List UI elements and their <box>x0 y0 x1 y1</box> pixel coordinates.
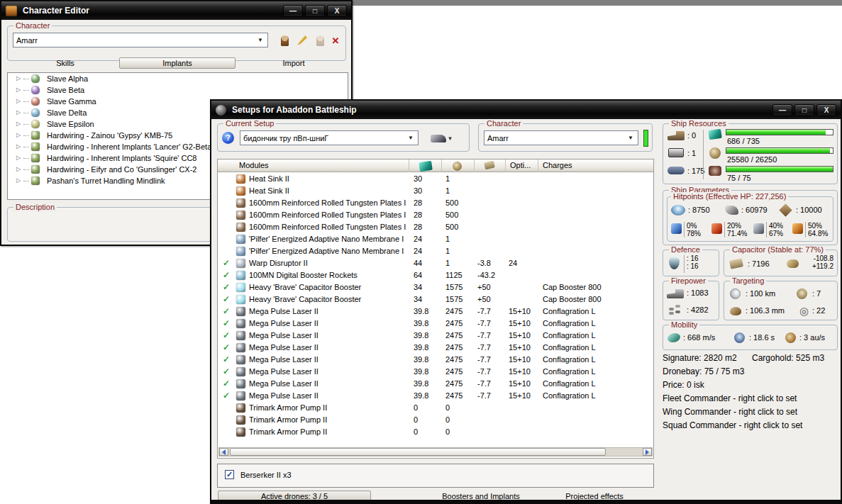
tree-expand-icon[interactable]: ▷ <box>16 152 21 164</box>
module-name: 1600mm Reinforced Rolled Tungsten Plates… <box>249 209 406 221</box>
module-icon <box>236 319 245 328</box>
powergrid-icon <box>709 147 721 159</box>
module-name: Heavy 'Brave' Capacitor Booster <box>249 281 361 293</box>
setups-titlebar[interactable]: Setups for Abaddon Battleship — □ X <box>211 101 841 119</box>
drones-panel: ✓ Berserker II x3 <box>217 464 654 488</box>
module-qty: 2475 <box>445 330 462 342</box>
tree-expand-icon[interactable]: ▷ <box>16 141 21 152</box>
close-button[interactable]: X <box>816 104 836 116</box>
implant-tree-item[interactable]: ▷ Slave Alpha <box>8 73 348 84</box>
module-row[interactable]: ✓ Heavy 'Brave' Capacitor Booster 34 157… <box>218 293 653 306</box>
delete-character-button[interactable]: ✕ <box>328 33 343 48</box>
module-row[interactable]: 'Pilfer' Energized Adaptive Nano Membran… <box>218 245 653 257</box>
module-name: Mega Pulse Laser II <box>249 390 318 402</box>
module-row[interactable]: ✓ Mega Pulse Laser II 39.8 2475 -7.7 15+… <box>218 354 653 366</box>
drone-checkbox[interactable]: ✓ <box>225 470 234 479</box>
copy-character-button[interactable] <box>312 33 328 48</box>
module-cap: -7.7 <box>477 318 491 330</box>
module-row[interactable]: ✓ Mega Pulse Laser II 39.8 2475 -7.7 15+… <box>218 306 653 318</box>
character-editor-titlebar[interactable]: Character Editor — □ X <box>1 1 351 20</box>
module-row[interactable]: ✓ Heavy 'Brave' Capacitor Booster 34 157… <box>218 281 653 293</box>
module-row[interactable]: Trimark Armor Pump II 0 0 <box>218 402 653 414</box>
close-button[interactable]: X <box>327 5 347 17</box>
modules-table-header[interactable]: Modules Opti... Charges <box>218 159 653 172</box>
module-row[interactable]: 1600mm Reinforced Rolled Tungsten Plates… <box>218 209 653 221</box>
module-row[interactable]: ✓ Mega Pulse Laser II 39.8 2475 -7.7 15+… <box>218 366 653 378</box>
module-row[interactable]: ✓ Mega Pulse Laser II 39.8 2475 -7.7 15+… <box>218 330 653 342</box>
module-row[interactable]: ✓ Mega Pulse Laser II 39.8 2475 -7.7 15+… <box>218 390 653 402</box>
module-row[interactable]: ✓ Warp Disruptor II 44 1 -3.8 24 <box>218 257 653 269</box>
targeting-group: Targeting : 100 km : 7 : 106.3 mm ◎ : 22 <box>724 281 838 320</box>
cpu-usage-bar <box>726 129 833 135</box>
module-icon <box>236 211 245 220</box>
module-qty: 500 <box>445 221 458 233</box>
module-row[interactable]: ✓ Mega Pulse Laser II 39.8 2475 -7.7 15+… <box>218 318 653 330</box>
module-row[interactable]: Heat Sink II 30 1 <box>218 173 653 185</box>
tab-skills[interactable]: Skills <box>30 59 101 67</box>
module-name: 1600mm Reinforced Rolled Tungsten Plates… <box>249 221 406 233</box>
scroll-right-button[interactable] <box>643 448 652 456</box>
launcher-hardpoint-icon <box>668 148 684 157</box>
module-active-check-icon: ✓ <box>221 293 232 306</box>
module-row[interactable]: 1600mm Reinforced Rolled Tungsten Plates… <box>218 197 653 209</box>
mobility-group: Mobility : 668 m/s : 18.6 s : 3 au/s <box>663 325 838 350</box>
tree-expand-icon[interactable]: ▷ <box>16 118 21 130</box>
tree-expand-icon[interactable]: ▷ <box>16 130 21 141</box>
module-row[interactable]: Trimark Armor Pump II 0 0 <box>218 414 653 426</box>
module-icon <box>236 283 245 292</box>
module-row[interactable]: 1600mm Reinforced Rolled Tungsten Plates… <box>218 221 653 233</box>
edit-character-button[interactable] <box>294 33 310 48</box>
align-time-value: : 18.6 s <box>749 333 775 342</box>
module-row[interactable]: Heat Sink II 30 1 <box>218 185 653 197</box>
align-time-icon <box>734 332 745 343</box>
kinetic-resist-values: 40%67% <box>769 222 783 237</box>
implant-icon <box>31 142 40 151</box>
tree-expand-icon[interactable]: ▷ <box>16 73 21 84</box>
minimize-button[interactable]: — <box>772 104 792 116</box>
module-cpu: 44 <box>414 257 422 269</box>
structure-hp-value: : 10000 <box>796 206 822 214</box>
minimize-button[interactable]: — <box>283 5 303 17</box>
scroll-left-button[interactable] <box>219 448 228 456</box>
module-row[interactable]: 'Pilfer' Energized Adaptive Nano Membran… <box>218 233 653 245</box>
module-row[interactable]: ✓ 100MN Digital Booster Rockets 64 1125 … <box>218 269 653 281</box>
character-skill-status-bar <box>643 130 648 147</box>
scrollbar-thumb[interactable] <box>230 448 606 456</box>
scan-resolution-value: : 106.3 mm <box>746 306 785 315</box>
capacitor-group: Capacitor (Stable at: 77%) : 7196 -108.8… <box>724 250 838 276</box>
maximize-button[interactable]: □ <box>794 104 814 116</box>
setup-select[interactable]: бидончик тру пВп-шниГ ▼ <box>240 130 419 145</box>
tree-expand-icon[interactable]: ▷ <box>16 164 21 175</box>
help-icon[interactable]: ? <box>222 132 234 144</box>
tab-implants[interactable]: Implants <box>119 57 236 69</box>
new-character-button[interactable] <box>277 33 292 48</box>
implant-icon <box>31 165 40 174</box>
drone-item[interactable]: ✓ Berserker II x3 <box>218 469 653 484</box>
speed-icon <box>667 333 680 342</box>
tree-expand-icon[interactable]: ▷ <box>16 96 21 107</box>
speed-value: : 668 m/s <box>683 333 715 342</box>
warp-speed-value: : 3 au/s <box>799 333 825 342</box>
implant-tree-item[interactable]: ▷ Slave Beta <box>8 84 348 96</box>
module-row[interactable]: ✓ Mega Pulse Laser II 39.8 2475 -7.7 15+… <box>218 378 653 390</box>
tree-expand-icon[interactable]: ▷ <box>16 175 21 186</box>
module-row[interactable]: ✓ Mega Pulse Laser II 39.8 2475 -7.7 15+… <box>218 342 653 354</box>
setup-menu-button[interactable]: ▾ <box>426 130 457 146</box>
firepower-group: Firepower : 1083 : 4282 <box>663 281 719 320</box>
implant-label: Hardwiring - Eifyr and Co 'Gunslinger' C… <box>47 164 196 175</box>
maximize-button[interactable]: □ <box>305 5 325 17</box>
horizontal-scrollbar[interactable] <box>218 447 653 457</box>
tree-expand-icon[interactable]: ▷ <box>16 107 21 118</box>
close-icon: X <box>335 7 340 15</box>
chevron-down-icon: ▼ <box>626 135 635 141</box>
minimize-icon: — <box>289 7 297 15</box>
tab-import[interactable]: Import <box>258 59 329 67</box>
module-row[interactable]: Trimark Armor Pump II 0 0 <box>218 426 653 438</box>
character-select[interactable]: Amarr ▼ <box>13 33 268 47</box>
setup-character-select[interactable]: Amarr ▼ <box>484 130 638 145</box>
tree-expand-icon[interactable]: ▷ <box>16 84 21 96</box>
turret-hardpoint-icon <box>667 131 685 140</box>
em-resist-values: 0%78% <box>687 222 701 237</box>
module-cap: -7.7 <box>477 390 491 402</box>
module-cpu: 28 <box>414 197 422 209</box>
